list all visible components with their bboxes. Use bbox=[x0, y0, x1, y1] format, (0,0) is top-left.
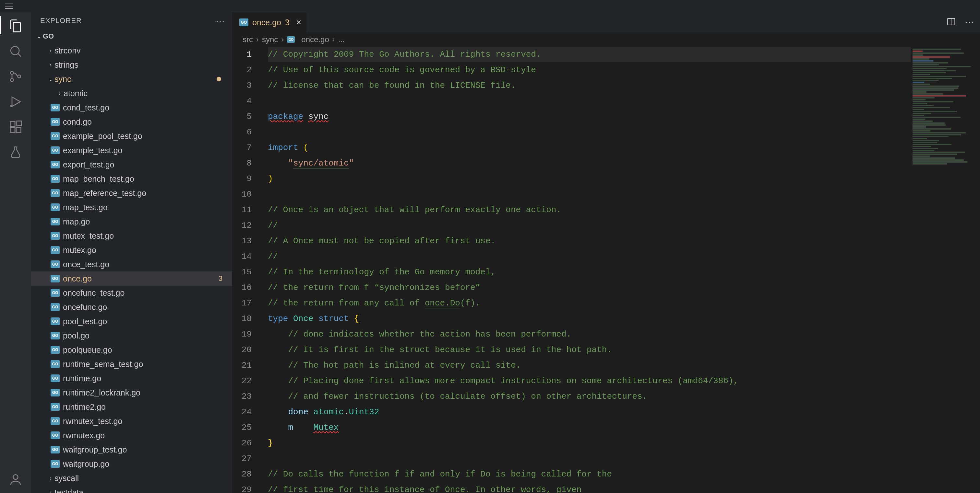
file-item[interactable]: runtime2.go bbox=[31, 400, 232, 414]
code-editor[interactable]: 1234567891011121314151617181920212223242… bbox=[232, 47, 980, 493]
code-line[interactable]: // Use of this source code is governed b… bbox=[268, 62, 980, 78]
go-file-icon bbox=[287, 36, 295, 43]
file-item[interactable]: export_test.go bbox=[31, 157, 232, 172]
folder-item[interactable]: ⌄sync bbox=[31, 72, 232, 86]
code-line[interactable]: m Mutex bbox=[268, 420, 980, 435]
file-item[interactable]: runtime_sema_test.go bbox=[31, 357, 232, 371]
tree-item-label: runtime2_lockrank.go bbox=[63, 388, 140, 398]
code-line[interactable]: // the return from f “synchronizes befor… bbox=[268, 280, 980, 295]
file-item[interactable]: cond_test.go bbox=[31, 100, 232, 115]
code-line[interactable] bbox=[268, 93, 980, 109]
code-line[interactable]: // The hot path is inlined at every call… bbox=[268, 358, 980, 373]
code-line[interactable]: // It is first in the struct because it … bbox=[268, 342, 980, 358]
code-content[interactable]: // Copyright 2009 The Go Authors. All ri… bbox=[268, 47, 980, 493]
code-line[interactable]: "sync/atomic" bbox=[268, 155, 980, 171]
code-line[interactable]: import ( bbox=[268, 140, 980, 155]
file-item[interactable]: oncefunc_test.go bbox=[31, 286, 232, 300]
breadcrumb-more[interactable]: ... bbox=[338, 35, 345, 44]
file-item[interactable]: mutex.go bbox=[31, 243, 232, 257]
code-line[interactable]: // In the terminology of the Go memory m… bbox=[268, 264, 980, 280]
sidebar-more-icon[interactable]: ⋯ bbox=[216, 16, 225, 26]
extensions-icon[interactable] bbox=[8, 119, 23, 135]
file-item[interactable]: map_reference_test.go bbox=[31, 186, 232, 200]
code-line[interactable]: } bbox=[268, 435, 980, 451]
file-item[interactable]: once.go3 bbox=[31, 271, 232, 286]
code-line[interactable]: // A Once must not be copied after first… bbox=[268, 233, 980, 249]
file-item[interactable]: pool_test.go bbox=[31, 314, 232, 328]
tree-item-label: poolqueue.go bbox=[63, 345, 112, 355]
code-line[interactable]: done atomic.Uint32 bbox=[268, 404, 980, 420]
breadcrumb-sync[interactable]: sync bbox=[262, 35, 278, 44]
file-item[interactable]: map.go bbox=[31, 214, 232, 229]
tree-item-label: map.go bbox=[63, 217, 90, 227]
code-line[interactable]: // and fewer instructions (to calculate … bbox=[268, 389, 980, 404]
folder-item[interactable]: ›strings bbox=[31, 58, 232, 72]
file-item[interactable]: map_bench_test.go bbox=[31, 172, 232, 186]
more-actions-icon[interactable]: ⋯ bbox=[965, 17, 974, 28]
folder-item[interactable]: ›testdata bbox=[31, 485, 232, 493]
svg-rect-8 bbox=[10, 128, 15, 133]
file-item[interactable]: runtime2_lockrank.go bbox=[31, 385, 232, 400]
tab-once-go[interactable]: once.go 3 × bbox=[232, 12, 307, 32]
tree-item-label: oncefunc_test.go bbox=[63, 288, 124, 298]
menu-icon[interactable] bbox=[5, 3, 13, 9]
code-line[interactable] bbox=[268, 124, 980, 140]
file-item[interactable]: once_test.go bbox=[31, 257, 232, 271]
split-editor-icon[interactable] bbox=[946, 17, 956, 28]
file-item[interactable]: example_test.go bbox=[31, 143, 232, 157]
explorer-icon[interactable] bbox=[8, 18, 23, 34]
line-number: 3 bbox=[232, 78, 251, 93]
chevron-right-icon: › bbox=[47, 475, 54, 482]
search-icon[interactable] bbox=[8, 43, 23, 59]
folder-item[interactable]: ›atomic bbox=[31, 86, 232, 100]
code-line[interactable]: // the return from any call of once.Do(f… bbox=[268, 295, 980, 311]
folder-item[interactable]: ›syscall bbox=[31, 471, 232, 485]
code-line[interactable]: // bbox=[268, 249, 980, 264]
run-debug-icon[interactable] bbox=[8, 94, 23, 109]
go-file-icon bbox=[51, 317, 60, 325]
file-item[interactable]: runtime.go bbox=[31, 371, 232, 385]
minimap[interactable] bbox=[911, 47, 980, 493]
file-item[interactable]: cond.go bbox=[31, 115, 232, 129]
svg-rect-9 bbox=[16, 128, 21, 133]
code-line[interactable]: ) bbox=[268, 171, 980, 187]
folder-item[interactable]: ›strconv bbox=[31, 43, 232, 58]
breadcrumb-file[interactable]: once.go bbox=[301, 35, 329, 44]
folder-section-header[interactable]: ⌄ GO bbox=[31, 29, 232, 43]
file-item[interactable]: example_pool_test.go bbox=[31, 129, 232, 143]
code-line[interactable]: // Do calls the function f if and only i… bbox=[268, 466, 980, 482]
code-line[interactable]: type Once struct { bbox=[268, 311, 980, 327]
line-number: 24 bbox=[232, 404, 251, 420]
code-line[interactable] bbox=[268, 451, 980, 466]
code-line[interactable]: package sync bbox=[268, 109, 980, 124]
file-item[interactable]: rwmutex_test.go bbox=[31, 414, 232, 428]
file-item[interactable]: waitgroup_test.go bbox=[31, 442, 232, 457]
code-line[interactable]: // done indicates whether the action has… bbox=[268, 327, 980, 342]
file-item[interactable]: waitgroup.go bbox=[31, 457, 232, 471]
code-line[interactable]: // Placing done first allows more compac… bbox=[268, 373, 980, 389]
line-number: 23 bbox=[232, 389, 251, 404]
close-icon[interactable]: × bbox=[296, 17, 301, 27]
file-item[interactable]: rwmutex.go bbox=[31, 428, 232, 442]
tree-item-label: sync bbox=[54, 75, 71, 84]
file-item[interactable]: mutex_test.go bbox=[31, 229, 232, 243]
breadcrumb-src[interactable]: src bbox=[243, 35, 253, 44]
code-line[interactable]: // Copyright 2009 The Go Authors. All ri… bbox=[268, 47, 980, 62]
breadcrumb[interactable]: src › sync › once.go › ... bbox=[232, 32, 980, 47]
line-number: 2 bbox=[232, 62, 251, 78]
file-tree[interactable]: ›strconv›strings⌄sync›atomiccond_test.go… bbox=[31, 43, 232, 493]
code-line[interactable]: // bbox=[268, 218, 980, 233]
code-line[interactable]: // first time for this instance of Once.… bbox=[268, 482, 980, 493]
code-line[interactable]: // license that can be found in the LICE… bbox=[268, 78, 980, 93]
tree-item-label: map_bench_test.go bbox=[63, 174, 134, 184]
line-number: 5 bbox=[232, 109, 251, 124]
file-item[interactable]: poolqueue.go bbox=[31, 343, 232, 357]
testing-icon[interactable] bbox=[8, 144, 23, 160]
accounts-icon[interactable] bbox=[8, 472, 23, 487]
file-item[interactable]: pool.go bbox=[31, 328, 232, 343]
code-line[interactable] bbox=[268, 187, 980, 202]
code-line[interactable]: // Once is an object that will perform e… bbox=[268, 202, 980, 218]
source-control-icon[interactable] bbox=[8, 69, 23, 84]
file-item[interactable]: map_test.go bbox=[31, 200, 232, 214]
file-item[interactable]: oncefunc.go bbox=[31, 300, 232, 314]
